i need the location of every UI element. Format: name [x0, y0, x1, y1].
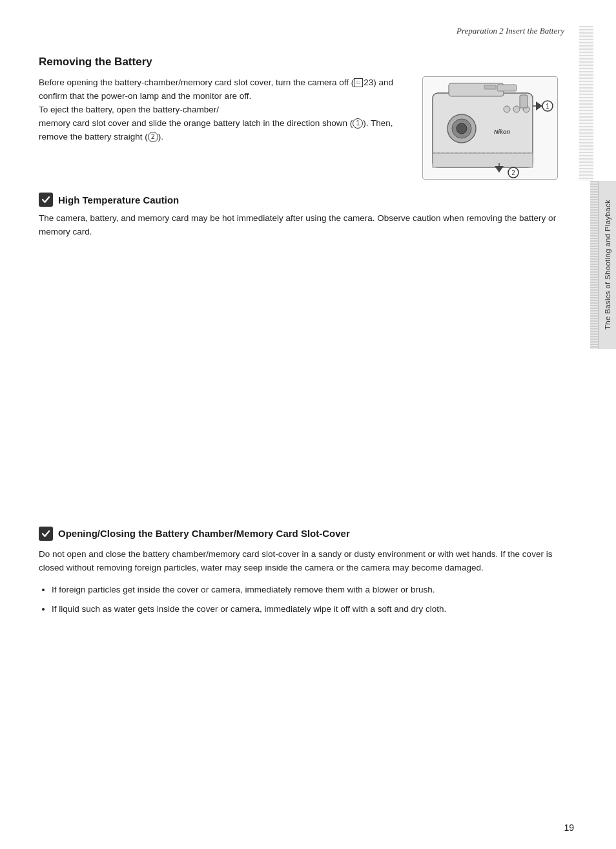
- sidebar-tab: The Basics of Shooting and Playback: [598, 181, 616, 349]
- opening-closing-body: Do not open and close the battery chambe…: [39, 547, 564, 575]
- checkmark-icon-2: [39, 527, 53, 541]
- page-header-text: Preparation 2 Insert the Battery: [457, 26, 564, 36]
- bullet-item-2: If liquid such as water gets inside the …: [52, 602, 564, 616]
- bullet-item-1: If foreign particles get inside the cove…: [52, 583, 564, 597]
- svg-text:1: 1: [546, 103, 549, 110]
- removing-battery-section: Removing the Battery Before opening the …: [39, 56, 564, 180]
- decorative-pattern: [579, 26, 593, 181]
- checkmark-icon: [39, 193, 53, 207]
- sidebar-dots: [590, 181, 598, 349]
- svg-rect-11: [433, 153, 533, 167]
- caution-title-row: High Temperature Caution: [39, 193, 564, 207]
- doc-icon: □: [354, 78, 363, 87]
- svg-rect-21: [520, 95, 528, 108]
- checkmark-svg-2: [41, 529, 50, 538]
- bullet-list: If foreign particles get inside the cove…: [52, 583, 564, 616]
- svg-point-6: [504, 106, 510, 112]
- svg-point-7: [513, 106, 520, 112]
- high-temp-title: High Temperature Caution: [58, 194, 179, 205]
- circle-2-inline: 2: [148, 132, 158, 142]
- sidebar-tab-text: The Basics of Shooting and Playback: [604, 200, 611, 330]
- opening-closing-title-row: Opening/Closing the Battery Chamber/Memo…: [39, 527, 564, 541]
- removing-battery-title: Removing the Battery: [39, 56, 564, 68]
- circle-1-inline: 1: [353, 118, 363, 129]
- svg-rect-20: [484, 85, 496, 89]
- page-header: Preparation 2 Insert the Battery: [39, 26, 564, 36]
- high-temp-body: The camera, battery, and memory card may…: [39, 212, 564, 239]
- page-number: 19: [564, 823, 574, 833]
- svg-rect-2: [497, 85, 517, 91]
- content-block: Before opening the battery-chamber/memor…: [39, 76, 564, 180]
- camera-diagram: Nikon 1: [422, 76, 558, 180]
- svg-text:2: 2: [511, 169, 515, 176]
- camera-svg: Nikon 1: [423, 77, 558, 180]
- opening-closing-section: Opening/Closing the Battery Chamber/Memo…: [39, 527, 564, 616]
- whitespace-area: [39, 255, 564, 501]
- svg-text:Nikon: Nikon: [494, 129, 511, 135]
- camera-diagram-column: Nikon 1: [422, 76, 564, 180]
- page-container: Preparation 2 Insert the Battery Removin…: [0, 0, 616, 849]
- svg-point-5: [457, 123, 467, 134]
- body-paragraph: Before opening the battery-chamber/memor…: [39, 76, 409, 144]
- checkmark-svg: [41, 195, 50, 204]
- opening-closing-title: Opening/Closing the Battery Chamber/Memo…: [58, 528, 350, 539]
- high-temp-caution-section: High Temperature Caution The camera, bat…: [39, 193, 564, 239]
- removing-battery-text: Before opening the battery-chamber/memor…: [39, 76, 409, 180]
